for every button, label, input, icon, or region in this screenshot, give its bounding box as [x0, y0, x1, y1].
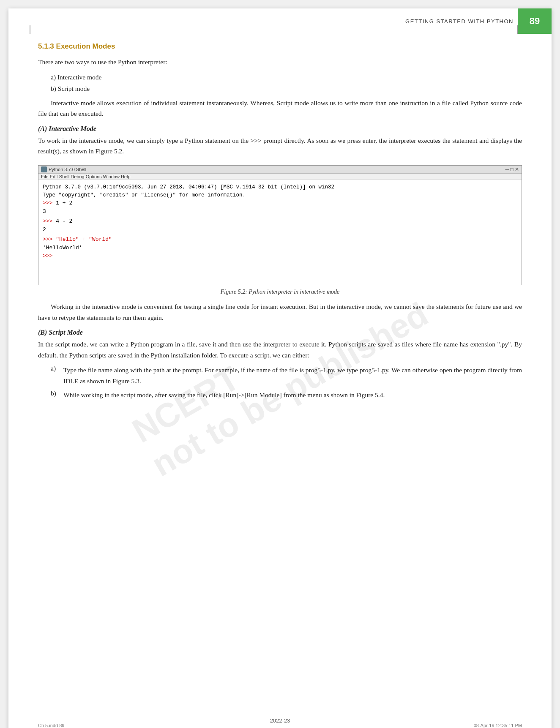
shell-line-8: 'HelloWorld'	[43, 244, 517, 252]
footer-right: 08-Apr-19 12:35:11 PM	[474, 723, 522, 728]
shell-line-9: >>>	[43, 252, 517, 260]
intro-text: There are two ways to use the Python int…	[38, 58, 167, 65]
para1: Interactive mode allows execution of ind…	[38, 98, 522, 119]
header-bar: Getting Started with Python 89	[8, 8, 552, 34]
intro-paragraph: There are two ways to use the Python int…	[38, 57, 522, 68]
shell-menubar: File Edit Shell Debug Options Window Hel…	[38, 174, 522, 180]
shell-line-4: 3	[43, 207, 517, 216]
shell-line-7: >>> "Hello" + "World"	[43, 235, 517, 244]
section-heading: 5.1.3 Execution Modes	[38, 42, 522, 51]
subsection-b-text: In the script mode, we can write a Pytho…	[38, 339, 522, 360]
script-list-text-a: Type the file name along with the path a…	[63, 365, 522, 386]
figure-caption: Figure 5.2: Python interpreter in intera…	[38, 289, 522, 295]
script-list-text-b: While working in the script mode, after …	[63, 390, 385, 401]
shell-line-6: 2	[43, 226, 517, 234]
shell-titlebar-left: Python 3.7.0 Shell	[41, 166, 86, 172]
script-list: a) Type the file name along with the pat…	[38, 365, 522, 401]
shell-window-controls: ─ □ ✕	[505, 166, 519, 172]
page-number: 89	[530, 16, 540, 27]
section-title: Execution Modes	[56, 42, 115, 50]
para2: Working in the interactive mode is conve…	[38, 301, 522, 323]
shell-titlebar: Python 3.7.0 Shell ─ □ ✕	[38, 166, 522, 174]
main-content: 5.1.3 Execution Modes There are two ways…	[8, 34, 552, 426]
subsection-b-heading: (B) Script Mode	[38, 329, 522, 336]
page: NCERTnot to be published Getting Started…	[8, 8, 552, 728]
footer-left: Ch 5.indd 89	[38, 723, 64, 728]
subsection-a-heading: (A) Interactive Mode	[38, 125, 522, 133]
list-item-a: a) Interactive mode	[51, 72, 522, 83]
subsection-a-text: To work in the interactive mode, we can …	[38, 135, 522, 157]
shell-title: Python 3.7.0 Shell	[49, 167, 86, 172]
script-list-item-b: b) While working in the script mode, aft…	[51, 390, 522, 401]
page-number-box: 89	[518, 8, 552, 34]
python-shell-screenshot: Python 3.7.0 Shell ─ □ ✕ File Edit Shell…	[38, 165, 522, 285]
section-number: 5.1.3	[38, 42, 54, 50]
shell-line-5: >>> 4 - 2	[43, 217, 517, 226]
script-list-label-a: a)	[51, 365, 63, 372]
header-title: Getting Started with Python	[405, 8, 518, 34]
script-list-item-a: a) Type the file name along with the pat…	[51, 365, 522, 386]
list-item-b: b) Script mode	[51, 83, 522, 94]
header-title-text: Getting Started with Python	[405, 18, 514, 25]
shell-line-1: Python 3.7.0 (v3.7.0:1bf9cc5093, Jun 27 …	[43, 183, 517, 191]
shell-line-2: Type "copyright", "credits" or "license(…	[43, 191, 517, 199]
footer-center: 2022-23	[8, 717, 552, 724]
footer-year: 2022-23	[270, 717, 290, 724]
shell-empty-space	[43, 260, 517, 281]
shell-line-3: >>> 1 + 2	[43, 199, 517, 207]
shell-body: Python 3.7.0 (v3.7.0:1bf9cc5093, Jun 27 …	[38, 180, 522, 285]
shell-icon	[41, 166, 47, 172]
script-list-label-b: b)	[51, 390, 63, 397]
